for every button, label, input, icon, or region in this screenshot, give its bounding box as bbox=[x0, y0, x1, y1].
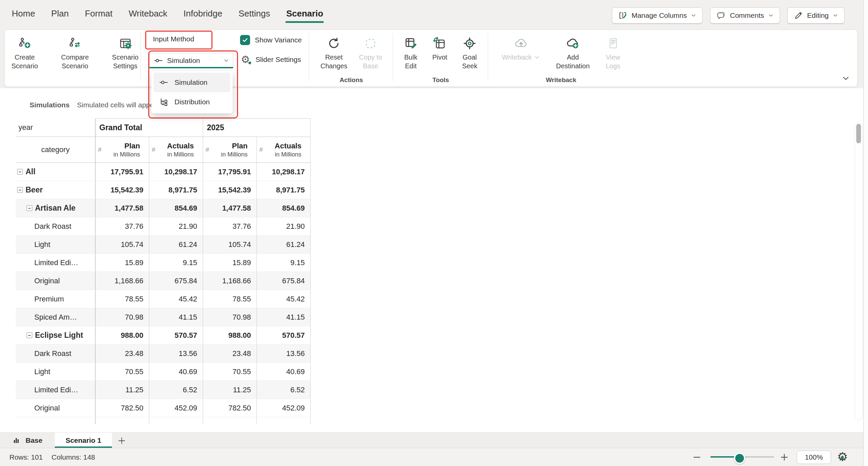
menu-option-distribution[interactable]: Distribution bbox=[154, 92, 230, 112]
value-cell[interactable]: 78.55 bbox=[95, 290, 149, 308]
value-cell[interactable]: 9.15 bbox=[149, 254, 203, 272]
value-cell[interactable]: 15,542.39 bbox=[95, 181, 149, 199]
value-cell[interactable]: 17,795.91 bbox=[203, 163, 256, 181]
tab-base[interactable]: Base bbox=[7, 433, 49, 448]
row-label-cell[interactable] bbox=[16, 417, 95, 425]
column-group-header-grand-total[interactable]: Grand Total bbox=[95, 119, 203, 137]
menu-item-writeback[interactable]: Writeback bbox=[128, 6, 168, 24]
value-cell[interactable]: 854.69 bbox=[149, 199, 203, 217]
value-cell[interactable]: 40.69 bbox=[149, 363, 203, 381]
value-cell[interactable]: 45.42 bbox=[149, 290, 203, 308]
settings-gear-button[interactable]: ⚙ bbox=[837, 450, 848, 464]
value-cell[interactable]: 988.00 bbox=[95, 326, 149, 345]
value-cell[interactable]: 40.69 bbox=[256, 363, 310, 381]
value-cell[interactable]: 15.89 bbox=[95, 254, 149, 272]
compare-scenario-button[interactable]: CompareScenario bbox=[61, 30, 89, 70]
zoom-out-button[interactable] bbox=[692, 452, 702, 462]
value-cell[interactable]: 988.00 bbox=[203, 326, 256, 345]
row-label-cell[interactable]: All bbox=[16, 163, 95, 181]
goal-seek-button[interactable]: GoalSeek bbox=[462, 30, 477, 70]
collapse-row-icon[interactable] bbox=[27, 205, 32, 211]
value-cell[interactable]: 8,971.75 bbox=[256, 181, 310, 199]
menu-item-plan[interactable]: Plan bbox=[51, 6, 69, 24]
value-cell[interactable]: 23.48 bbox=[203, 345, 256, 363]
collapse-row-icon[interactable] bbox=[17, 169, 23, 175]
collapse-ribbon-button[interactable] bbox=[841, 74, 850, 83]
row-dimension-header[interactable]: year bbox=[16, 119, 95, 137]
input-method-dropdown[interactable]: Simulation bbox=[149, 53, 233, 68]
zoom-in-button[interactable] bbox=[779, 452, 789, 462]
create-scenario-button[interactable]: CreateScenario bbox=[11, 30, 38, 70]
measure-header-actuals[interactable]: #Actualsin Millions bbox=[256, 137, 310, 163]
value-cell[interactable]: 21.90 bbox=[149, 217, 203, 235]
menu-item-home[interactable]: Home bbox=[11, 6, 36, 24]
value-cell[interactable]: 6.52 bbox=[149, 381, 203, 399]
value-cell[interactable]: 78.55 bbox=[203, 290, 256, 308]
add-destination-button[interactable]: AddDestination bbox=[556, 30, 590, 70]
add-sheet-button[interactable] bbox=[116, 435, 127, 446]
row-label-cell[interactable]: Limited Edi… bbox=[16, 254, 95, 272]
collapse-row-icon[interactable] bbox=[17, 187, 23, 193]
value-cell[interactable]: 70.55 bbox=[95, 363, 149, 381]
row-label-cell[interactable]: Eclipse Light bbox=[16, 326, 95, 345]
value-cell[interactable]: 61.24 bbox=[149, 235, 203, 254]
measure-header-plan[interactable]: #Planin Millions bbox=[95, 137, 149, 163]
value-cell[interactable]: 15.89 bbox=[203, 254, 256, 272]
menu-item-infobridge[interactable]: Infobridge bbox=[183, 6, 223, 24]
row-label-cell[interactable]: Light bbox=[16, 363, 95, 381]
value-cell[interactable]: 70.98 bbox=[95, 308, 149, 326]
row-label-cell[interactable]: Beer bbox=[16, 181, 95, 199]
value-cell[interactable]: 782.50 bbox=[95, 399, 149, 417]
window-scrollbar-gutter[interactable] bbox=[863, 0, 868, 466]
value-cell[interactable]: 11.25 bbox=[95, 381, 149, 399]
value-cell[interactable]: 21.90 bbox=[256, 217, 310, 235]
menu-item-format[interactable]: Format bbox=[84, 6, 113, 24]
scenario-settings-button[interactable]: ScenarioSettings bbox=[112, 30, 138, 70]
column-group-header-2025[interactable]: 2025 bbox=[203, 119, 310, 137]
value-cell[interactable]: 570.57 bbox=[256, 326, 310, 345]
value-cell[interactable]: 105.74 bbox=[203, 235, 256, 254]
zoom-slider-thumb[interactable] bbox=[734, 453, 745, 464]
row-label-cell[interactable]: Original bbox=[16, 399, 95, 417]
row-label-cell[interactable]: Light bbox=[16, 235, 95, 254]
value-cell[interactable]: 452.09 bbox=[149, 399, 203, 417]
collapse-row-icon[interactable] bbox=[27, 332, 32, 338]
value-cell[interactable] bbox=[95, 417, 149, 425]
value-cell[interactable]: 23.48 bbox=[95, 345, 149, 363]
value-cell[interactable]: 452.09 bbox=[256, 399, 310, 417]
value-cell[interactable] bbox=[256, 417, 310, 425]
menu-item-settings[interactable]: Settings bbox=[238, 6, 271, 24]
value-cell[interactable]: 37.76 bbox=[95, 217, 149, 235]
comments-button[interactable]: Comments bbox=[710, 7, 780, 24]
vertical-scrollbar-thumb[interactable] bbox=[856, 124, 861, 143]
value-cell[interactable]: 17,795.91 bbox=[95, 163, 149, 181]
row-label-cell[interactable]: Premium bbox=[16, 290, 95, 308]
slider-settings-button[interactable]: ⚙ Slider Settings bbox=[240, 54, 301, 65]
value-cell[interactable]: 782.50 bbox=[203, 399, 256, 417]
category-dimension-header[interactable]: category bbox=[16, 137, 95, 163]
reset-changes-button[interactable]: ResetChanges bbox=[320, 30, 347, 70]
row-label-cell[interactable]: Dark Roast bbox=[16, 217, 95, 235]
value-cell[interactable]: 15,542.39 bbox=[203, 181, 256, 199]
row-label-cell[interactable]: Limited Edi… bbox=[16, 381, 95, 399]
editing-button[interactable]: Editing bbox=[787, 7, 844, 24]
value-cell[interactable]: 37.76 bbox=[203, 217, 256, 235]
value-cell[interactable]: 10,298.17 bbox=[149, 163, 203, 181]
value-cell[interactable]: 675.84 bbox=[149, 272, 203, 290]
value-cell[interactable]: 6.52 bbox=[256, 381, 310, 399]
value-cell[interactable]: 13.56 bbox=[256, 345, 310, 363]
value-cell[interactable]: 8,971.75 bbox=[149, 181, 203, 199]
zoom-level-display[interactable]: 100% bbox=[797, 450, 831, 464]
value-cell[interactable]: 1,477.58 bbox=[203, 199, 256, 217]
value-cell[interactable]: 1,477.58 bbox=[95, 199, 149, 217]
value-cell[interactable]: 70.55 bbox=[203, 363, 256, 381]
value-cell[interactable]: 854.69 bbox=[256, 199, 310, 217]
row-label-cell[interactable]: Artisan Ale bbox=[16, 199, 95, 217]
vertical-scrollbar-track[interactable] bbox=[855, 123, 862, 419]
row-label-cell[interactable]: Original bbox=[16, 272, 95, 290]
tab-scenario-1[interactable]: Scenario 1 bbox=[55, 433, 112, 448]
pivot-button[interactable]: Pivot bbox=[432, 30, 447, 70]
value-cell[interactable] bbox=[203, 417, 256, 425]
row-label-cell[interactable]: Spiced Am… bbox=[16, 308, 95, 326]
value-cell[interactable]: 9.15 bbox=[256, 254, 310, 272]
